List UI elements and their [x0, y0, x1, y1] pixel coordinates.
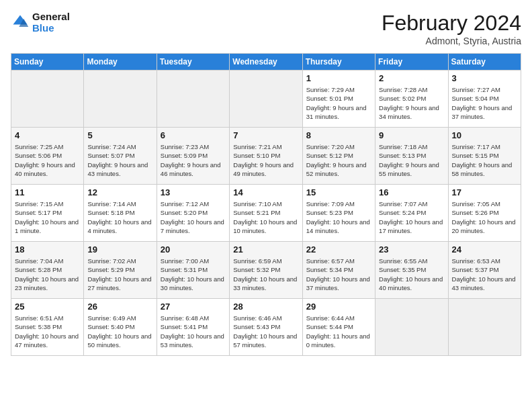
day-info: Sunrise: 7:12 AMSunset: 5:20 PMDaylight:…	[161, 199, 226, 235]
calendar-cell: 22Sunrise: 6:57 AMSunset: 5:34 PMDayligh…	[302, 242, 375, 299]
calendar-cell: 5Sunrise: 7:24 AMSunset: 5:07 PMDaylight…	[84, 128, 157, 185]
day-info: Sunrise: 6:44 AMSunset: 5:44 PMDaylight:…	[306, 314, 371, 349]
title-block: February 2024 Admont, Styria, Austria	[382, 11, 521, 46]
calendar-cell: 9Sunrise: 7:18 AMSunset: 5:13 PMDaylight…	[375, 128, 448, 185]
day-number: 29	[306, 302, 371, 312]
day-info: Sunrise: 7:25 AMSunset: 5:06 PMDaylight:…	[15, 142, 80, 178]
day-info: Sunrise: 6:48 AMSunset: 5:41 PMDaylight:…	[161, 314, 226, 349]
day-info: Sunrise: 7:27 AMSunset: 5:04 PMDaylight:…	[452, 85, 517, 121]
calendar-cell: 7Sunrise: 7:21 AMSunset: 5:10 PMDaylight…	[230, 128, 302, 185]
column-header-monday: Monday	[84, 54, 157, 71]
day-number: 24	[452, 244, 517, 255]
calendar-header-row: SundayMondayTuesdayWednesdayThursdayFrid…	[11, 54, 521, 71]
day-info: Sunrise: 6:57 AMSunset: 5:34 PMDaylight:…	[306, 257, 371, 292]
day-number: 13	[161, 187, 226, 197]
calendar-cell: 14Sunrise: 7:10 AMSunset: 5:21 PMDayligh…	[230, 185, 302, 242]
calendar-cell: 20Sunrise: 7:00 AMSunset: 5:31 PMDayligh…	[157, 242, 229, 299]
day-number: 7	[233, 130, 298, 140]
calendar-cell	[448, 299, 521, 356]
page-header: General Blue February 2024 Admont, Styri…	[11, 11, 521, 46]
calendar-cell: 12Sunrise: 7:14 AMSunset: 5:18 PMDayligh…	[84, 185, 157, 242]
calendar-cell	[157, 71, 229, 128]
calendar-cell: 27Sunrise: 6:48 AMSunset: 5:41 PMDayligh…	[157, 299, 229, 356]
calendar-cell: 15Sunrise: 7:09 AMSunset: 5:23 PMDayligh…	[302, 185, 375, 242]
calendar-cell: 10Sunrise: 7:17 AMSunset: 5:15 PMDayligh…	[448, 128, 521, 185]
day-number: 15	[306, 187, 371, 197]
day-number: 19	[87, 244, 152, 255]
day-number: 12	[87, 187, 152, 197]
day-number: 25	[15, 302, 80, 312]
calendar-cell: 23Sunrise: 6:55 AMSunset: 5:35 PMDayligh…	[375, 242, 448, 299]
column-header-saturday: Saturday	[448, 54, 521, 71]
calendar-cell: 17Sunrise: 7:05 AMSunset: 5:26 PMDayligh…	[448, 185, 521, 242]
day-info: Sunrise: 7:15 AMSunset: 5:17 PMDaylight:…	[15, 199, 80, 235]
day-number: 10	[452, 130, 517, 140]
day-number: 21	[233, 244, 298, 255]
day-number: 2	[379, 73, 444, 83]
day-info: Sunrise: 7:04 AMSunset: 5:28 PMDaylight:…	[15, 257, 80, 292]
calendar-cell: 1Sunrise: 7:29 AMSunset: 5:01 PMDaylight…	[302, 71, 375, 128]
day-number: 6	[161, 130, 226, 140]
day-number: 17	[452, 187, 517, 197]
calendar-week-row: 18Sunrise: 7:04 AMSunset: 5:28 PMDayligh…	[11, 242, 521, 299]
calendar-week-row: 4Sunrise: 7:25 AMSunset: 5:06 PMDaylight…	[11, 128, 521, 185]
calendar-cell: 28Sunrise: 6:46 AMSunset: 5:43 PMDayligh…	[230, 299, 302, 356]
calendar-cell: 24Sunrise: 6:53 AMSunset: 5:37 PMDayligh…	[448, 242, 521, 299]
calendar-cell: 8Sunrise: 7:20 AMSunset: 5:12 PMDaylight…	[302, 128, 375, 185]
day-info: Sunrise: 7:24 AMSunset: 5:07 PMDaylight:…	[87, 142, 152, 178]
day-info: Sunrise: 6:53 AMSunset: 5:37 PMDaylight:…	[452, 257, 517, 292]
day-info: Sunrise: 7:29 AMSunset: 5:01 PMDaylight:…	[306, 85, 371, 121]
calendar-cell: 11Sunrise: 7:15 AMSunset: 5:17 PMDayligh…	[11, 185, 84, 242]
day-info: Sunrise: 7:14 AMSunset: 5:18 PMDaylight:…	[87, 199, 152, 235]
day-number: 4	[15, 130, 80, 140]
day-number: 28	[233, 302, 298, 312]
logo: General Blue	[11, 11, 70, 34]
day-number: 26	[87, 302, 152, 312]
calendar-cell	[230, 71, 302, 128]
day-info: Sunrise: 7:10 AMSunset: 5:21 PMDaylight:…	[233, 199, 298, 235]
column-header-friday: Friday	[375, 54, 448, 71]
day-info: Sunrise: 7:21 AMSunset: 5:10 PMDaylight:…	[233, 142, 298, 178]
day-info: Sunrise: 7:05 AMSunset: 5:26 PMDaylight:…	[452, 199, 517, 235]
calendar-cell: 21Sunrise: 6:59 AMSunset: 5:32 PMDayligh…	[230, 242, 302, 299]
day-info: Sunrise: 6:49 AMSunset: 5:40 PMDaylight:…	[87, 314, 152, 349]
day-number: 8	[306, 130, 371, 140]
day-number: 16	[379, 187, 444, 197]
logo-icon	[11, 13, 30, 32]
column-header-tuesday: Tuesday	[157, 54, 229, 71]
day-info: Sunrise: 6:59 AMSunset: 5:32 PMDaylight:…	[233, 257, 298, 292]
day-info: Sunrise: 7:09 AMSunset: 5:23 PMDaylight:…	[306, 199, 371, 235]
calendar-cell: 13Sunrise: 7:12 AMSunset: 5:20 PMDayligh…	[157, 185, 229, 242]
day-number: 14	[233, 187, 298, 197]
calendar-cell: 2Sunrise: 7:28 AMSunset: 5:02 PMDaylight…	[375, 71, 448, 128]
day-info: Sunrise: 7:23 AMSunset: 5:09 PMDaylight:…	[161, 142, 226, 178]
calendar-cell: 6Sunrise: 7:23 AMSunset: 5:09 PMDaylight…	[157, 128, 229, 185]
day-number: 9	[379, 130, 444, 140]
calendar-cell: 3Sunrise: 7:27 AMSunset: 5:04 PMDaylight…	[448, 71, 521, 128]
day-info: Sunrise: 7:00 AMSunset: 5:31 PMDaylight:…	[161, 257, 226, 292]
calendar-cell: 16Sunrise: 7:07 AMSunset: 5:24 PMDayligh…	[375, 185, 448, 242]
calendar-cell: 18Sunrise: 7:04 AMSunset: 5:28 PMDayligh…	[11, 242, 84, 299]
calendar-week-row: 25Sunrise: 6:51 AMSunset: 5:38 PMDayligh…	[11, 299, 521, 356]
day-number: 3	[452, 73, 517, 83]
day-info: Sunrise: 7:18 AMSunset: 5:13 PMDaylight:…	[379, 142, 444, 178]
column-header-wednesday: Wednesday	[230, 54, 302, 71]
day-info: Sunrise: 6:46 AMSunset: 5:43 PMDaylight:…	[233, 314, 298, 349]
location-subtitle: Admont, Styria, Austria	[382, 36, 521, 46]
day-number: 22	[306, 244, 371, 255]
logo-text: General Blue	[32, 11, 70, 34]
day-number: 23	[379, 244, 444, 255]
calendar-cell	[11, 71, 84, 128]
calendar-cell: 29Sunrise: 6:44 AMSunset: 5:44 PMDayligh…	[302, 299, 375, 356]
day-info: Sunrise: 6:51 AMSunset: 5:38 PMDaylight:…	[15, 314, 80, 349]
calendar-cell: 25Sunrise: 6:51 AMSunset: 5:38 PMDayligh…	[11, 299, 84, 356]
month-title: February 2024	[382, 11, 521, 36]
day-info: Sunrise: 6:55 AMSunset: 5:35 PMDaylight:…	[379, 257, 444, 292]
day-info: Sunrise: 7:28 AMSunset: 5:02 PMDaylight:…	[379, 85, 444, 121]
day-number: 20	[161, 244, 226, 255]
day-info: Sunrise: 7:20 AMSunset: 5:12 PMDaylight:…	[306, 142, 371, 178]
calendar-week-row: 1Sunrise: 7:29 AMSunset: 5:01 PMDaylight…	[11, 71, 521, 128]
calendar-cell: 26Sunrise: 6:49 AMSunset: 5:40 PMDayligh…	[84, 299, 157, 356]
calendar-week-row: 11Sunrise: 7:15 AMSunset: 5:17 PMDayligh…	[11, 185, 521, 242]
day-number: 18	[15, 244, 80, 255]
